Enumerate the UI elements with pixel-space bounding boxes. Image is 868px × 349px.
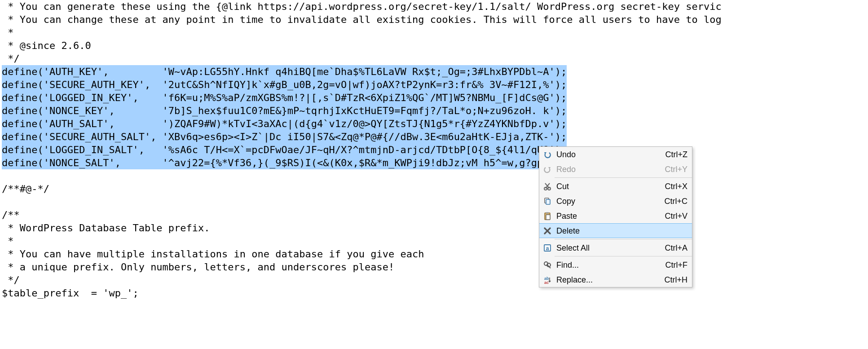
copy-icon (542, 196, 553, 207)
context-menu-item-copy[interactable]: CopyCtrl+C (539, 194, 692, 208)
code-line[interactable]: * You can change these at any point in t… (0, 13, 868, 26)
code-line[interactable]: */ (0, 52, 868, 65)
code-line-selected[interactable]: define('SECURE_AUTH_KEY', '2utC&Sh^NfIQY… (0, 78, 868, 91)
svg-rect-8 (546, 212, 549, 213)
undo-icon (542, 149, 553, 160)
context-menu-label: Redo (556, 164, 661, 174)
context-menu-item-redo: RedoCtrl+Y (539, 162, 692, 177)
code-line[interactable]: /**#@-*/ (0, 182, 868, 195)
context-menu-label: Undo (556, 150, 662, 159)
context-menu-label: Paste (556, 211, 661, 221)
context-menu-item-delete[interactable]: Delete (539, 223, 692, 238)
code-line-selected[interactable]: define('SECURE_AUTH_SALT', 'XBv6q>es6p><… (0, 130, 868, 143)
context-menu-shortcut: Ctrl+V (665, 211, 687, 221)
find-icon (542, 260, 553, 270)
code-line[interactable]: * @since 2.6.0 (0, 39, 868, 52)
context-menu-shortcut: Ctrl+F (665, 260, 688, 270)
code-line[interactable]: */ (0, 274, 868, 287)
context-menu-separator (555, 239, 692, 239)
context-menu-label: Replace... (556, 275, 661, 285)
redo-icon (542, 164, 553, 175)
paste-icon (542, 211, 553, 221)
context-menu[interactable]: UndoCtrl+ZRedoCtrl+YCutCtrl+XCopyCtrl+CP… (539, 146, 692, 287)
code-line[interactable]: * a unique prefix. Only numbers, letters… (0, 261, 868, 274)
code-line[interactable]: /** (0, 208, 868, 221)
code-line[interactable]: * (0, 234, 868, 247)
context-menu-item-paste[interactable]: PasteCtrl+V (539, 208, 692, 223)
context-menu-label: Copy (556, 196, 661, 206)
code-line-selected[interactable]: define('NONCE_SALT', '^avj22={%*Vf36,}(_… (0, 156, 868, 169)
svg-text:ac: ac (544, 280, 549, 284)
context-menu-shortcut: Ctrl+Z (665, 150, 688, 159)
code-line[interactable] (0, 195, 868, 208)
context-menu-label: Select All (556, 243, 661, 253)
code-line[interactable]: $table_prefix = 'wp_'; (0, 287, 868, 300)
replace-icon: abac (542, 274, 553, 285)
code-line-selected[interactable]: define('NONCE_KEY', '7b]S_hex$fuu1C0?mE&… (0, 104, 868, 117)
context-menu-item-selectall[interactable]: aSelect AllCtrl+A (539, 240, 692, 255)
context-menu-shortcut: Ctrl+H (664, 275, 687, 285)
context-menu-shortcut: Ctrl+X (665, 181, 687, 191)
code-line[interactable]: * WordPress Database Table prefix. (0, 221, 868, 234)
context-menu-label: Delete (556, 226, 684, 236)
code-line[interactable]: * You can generate these using the {@lin… (0, 0, 868, 13)
svg-rect-7 (546, 215, 550, 220)
context-menu-item-cut[interactable]: CutCtrl+X (539, 179, 692, 194)
code-line-selected[interactable]: define('LOGGED_IN_SALT', '%sA6c T/H<=X`=… (0, 143, 868, 156)
code-line[interactable]: * You can have multiple installations in… (0, 247, 868, 261)
context-menu-separator (555, 177, 692, 178)
svg-text:a: a (546, 245, 549, 252)
code-line-selected[interactable]: define('AUTH_SALT', ')ZQAF9#W)*kTvI<3aXA… (0, 117, 868, 130)
editor-area[interactable]: * You can generate these using the {@lin… (0, 0, 868, 300)
cut-icon (542, 181, 553, 192)
select-all-icon: a (542, 243, 553, 253)
context-menu-item-replace[interactable]: abacReplace...Ctrl+H (539, 272, 692, 287)
context-menu-shortcut: Ctrl+Y (665, 164, 687, 174)
code-line[interactable] (0, 169, 868, 182)
context-menu-shortcut: Ctrl+A (665, 243, 687, 253)
svg-rect-5 (546, 199, 550, 204)
context-menu-item-undo[interactable]: UndoCtrl+Z (539, 147, 692, 162)
context-menu-label: Cut (556, 181, 661, 191)
context-menu-separator (555, 256, 692, 256)
code-line-selected[interactable]: define('AUTH_KEY', 'W~vAp:LG55hY.Hnkf q4… (0, 65, 868, 78)
context-menu-shortcut: Ctrl+C (664, 196, 687, 206)
delete-icon (542, 225, 553, 236)
code-line-selected[interactable]: define('LOGGED_IN_KEY', 'f6K=u;M%S%aP/zm… (0, 91, 868, 104)
context-menu-label: Find... (556, 260, 662, 270)
context-menu-item-find[interactable]: Find...Ctrl+F (539, 257, 692, 272)
code-line[interactable]: * (0, 26, 868, 39)
